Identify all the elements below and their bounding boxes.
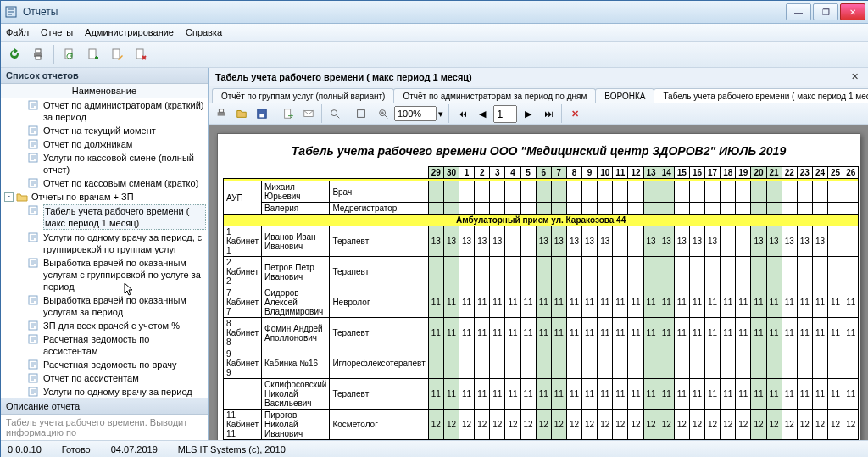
document-tab[interactable]: ВОРОНКА bbox=[595, 88, 654, 103]
doc-refresh-button[interactable] bbox=[59, 44, 80, 64]
sidebar: Список отчетов Наименование Отчет по адм… bbox=[1, 68, 209, 440]
doc-delete-button[interactable] bbox=[131, 44, 151, 64]
doc-icon bbox=[28, 139, 40, 149]
window-title: Отчеты bbox=[23, 6, 786, 18]
document-tab[interactable]: Отчёт по администраторам за период по дн… bbox=[393, 88, 596, 103]
document-close-button[interactable]: ✕ bbox=[848, 71, 862, 82]
svg-rect-31 bbox=[219, 109, 223, 113]
tree-label: Выработка врачей по оказанным услугам за… bbox=[43, 294, 206, 318]
tree-label: Отчет на текущий момент bbox=[43, 125, 206, 137]
prev-page-icon[interactable]: ◀ bbox=[473, 104, 492, 123]
tree-node[interactable]: Услуги по одному врачу за период bbox=[1, 385, 208, 398]
document-tab[interactable]: Отчёт по группам услуг (полный вариант) bbox=[212, 88, 394, 103]
description-title: Описание отчета bbox=[1, 398, 208, 415]
description-text: Табель учета рабочего времени. Выводит и… bbox=[1, 415, 208, 440]
export-mail-icon[interactable] bbox=[299, 104, 318, 123]
tree-node[interactable]: -Отчеты по врачам + ЗП bbox=[1, 190, 208, 203]
doc-icon bbox=[28, 359, 40, 370]
open-icon[interactable] bbox=[232, 104, 251, 123]
tree-node[interactable]: Отчет на текущий момент bbox=[1, 124, 208, 137]
main-area: Табель учета рабочего времени ( макс пер… bbox=[209, 68, 868, 440]
print-icon[interactable] bbox=[212, 104, 231, 123]
svg-rect-30 bbox=[218, 112, 225, 115]
doc-icon bbox=[28, 295, 40, 305]
next-page-icon[interactable]: ▶ bbox=[519, 104, 537, 123]
report-tree[interactable]: Отчет по администраторам (краткий) за пе… bbox=[1, 98, 208, 398]
folder-icon bbox=[16, 192, 28, 202]
menu-item[interactable]: Отчеты bbox=[41, 27, 73, 37]
svg-rect-37 bbox=[358, 110, 365, 118]
document-tab[interactable]: Табель учета рабочего времени ( макс пер… bbox=[654, 88, 868, 103]
tree-node[interactable]: Выработка врачей по оказанным услугам за… bbox=[1, 293, 208, 319]
svg-rect-2 bbox=[36, 49, 41, 53]
zoom-icon[interactable] bbox=[374, 104, 392, 123]
tree-label: ЗП для всех врачей с учетом % bbox=[43, 320, 206, 332]
export-icon[interactable] bbox=[279, 104, 298, 123]
find-icon[interactable] bbox=[326, 104, 344, 123]
doc-icon bbox=[28, 153, 40, 163]
tree-label: Услуги по кассовой смене (полный отчет) bbox=[43, 152, 206, 176]
preview-toolbar: ▾ ⏮ ◀ ▶ ⏭ ✕ bbox=[209, 103, 868, 125]
tree-node[interactable]: ЗП для всех врачей с учетом % bbox=[1, 319, 208, 332]
status-version: 0.0.0.10 bbox=[8, 444, 42, 454]
document-title: Табель учета рабочего времени ( макс пер… bbox=[215, 72, 472, 82]
doc-icon bbox=[28, 334, 40, 344]
doc-icon bbox=[28, 387, 40, 397]
close-preview-icon[interactable]: ✕ bbox=[565, 104, 584, 123]
tree-label: Отчет по кассовым сменам (кратко) bbox=[43, 177, 206, 189]
tree-label: Отчет по ассистентам bbox=[43, 372, 206, 384]
tree-label: Расчетная ведомость по врачу bbox=[43, 359, 206, 371]
app-icon bbox=[4, 5, 18, 19]
doc-edit-button[interactable] bbox=[107, 44, 127, 64]
print-button[interactable] bbox=[28, 44, 48, 64]
statusbar: 0.0.0.10 Готово 04.07.2019 MLS IT System… bbox=[1, 440, 868, 457]
tree-node[interactable]: Отчет по ассистентам bbox=[1, 371, 208, 385]
tree-node[interactable]: Табель учета рабочего времени ( макс пер… bbox=[1, 203, 208, 231]
tree-node[interactable]: Услуги по кассовой смене (полный отчет) bbox=[1, 151, 208, 176]
status-state: Готово bbox=[62, 444, 91, 454]
close-button[interactable]: ✕ bbox=[840, 3, 865, 20]
report-page: Табель учета рабочего времени ООО "Медиц… bbox=[217, 133, 860, 440]
tree-label: Табель учета рабочего времени ( макс пер… bbox=[43, 204, 206, 230]
svg-rect-7 bbox=[136, 49, 143, 59]
document-title-bar: Табель учета рабочего времени ( макс пер… bbox=[209, 68, 868, 86]
report-title: Табель учета рабочего времени ООО "Медиц… bbox=[223, 139, 854, 166]
doc-add-button[interactable] bbox=[83, 44, 103, 64]
menu-item[interactable]: Справка bbox=[186, 27, 222, 37]
first-page-icon[interactable]: ⏮ bbox=[453, 104, 471, 123]
zoom-reset-icon[interactable] bbox=[352, 104, 370, 123]
tree-label: Отчеты по врачам + ЗП bbox=[31, 191, 206, 203]
tree-node[interactable]: Расчетная ведомость по врачу bbox=[1, 358, 208, 371]
titlebar: Отчеты — ❐ ✕ bbox=[1, 1, 868, 24]
tree-node[interactable]: Отчет по должникам bbox=[1, 137, 208, 151]
sidebar-title: Список отчетов bbox=[1, 68, 208, 84]
report-viewport[interactable]: Табель учета рабочего времени ООО "Медиц… bbox=[209, 125, 868, 440]
refresh-button[interactable] bbox=[4, 44, 25, 64]
doc-icon bbox=[28, 178, 40, 188]
svg-point-36 bbox=[331, 110, 337, 116]
menu-item[interactable]: Файл bbox=[6, 27, 29, 37]
menu-item[interactable]: Администрирование bbox=[85, 27, 174, 37]
doc-icon bbox=[28, 125, 40, 136]
last-page-icon[interactable]: ⏭ bbox=[539, 104, 558, 123]
zoom-dropdown-icon[interactable]: ▾ bbox=[438, 109, 443, 120]
status-date: 04.07.2019 bbox=[111, 444, 158, 454]
doc-icon bbox=[28, 100, 40, 110]
tree-label: Отчет по должникам bbox=[43, 138, 206, 150]
tree-label: Отчет по администраторам (краткий) за пе… bbox=[43, 99, 206, 123]
zoom-input[interactable] bbox=[394, 106, 437, 121]
tree-node[interactable]: Отчет по кассовым сменам (кратко) bbox=[1, 176, 208, 190]
tree-node[interactable]: Услуги по одному врачу за период, с груп… bbox=[1, 231, 208, 256]
tree-node[interactable]: Расчетная ведомость по ассистентам bbox=[1, 332, 208, 358]
tree-node[interactable]: Отчет по администраторам (краткий) за пе… bbox=[1, 98, 208, 124]
save-icon[interactable] bbox=[253, 104, 271, 123]
minimize-button[interactable]: — bbox=[786, 3, 811, 20]
document-tabs: Отчёт по группам услуг (полный вариант)О… bbox=[209, 86, 868, 103]
menubar: ФайлОтчетыАдминистрированиеСправка bbox=[1, 24, 868, 42]
tree-label: Расчетная ведомость по ассистентам bbox=[43, 333, 206, 357]
page-input[interactable] bbox=[493, 105, 517, 123]
svg-rect-6 bbox=[113, 49, 120, 59]
svg-rect-3 bbox=[36, 56, 41, 59]
tree-node[interactable]: Выработка врачей по оказанным услугам с … bbox=[1, 256, 208, 293]
maximize-button[interactable]: ❐ bbox=[813, 3, 838, 20]
